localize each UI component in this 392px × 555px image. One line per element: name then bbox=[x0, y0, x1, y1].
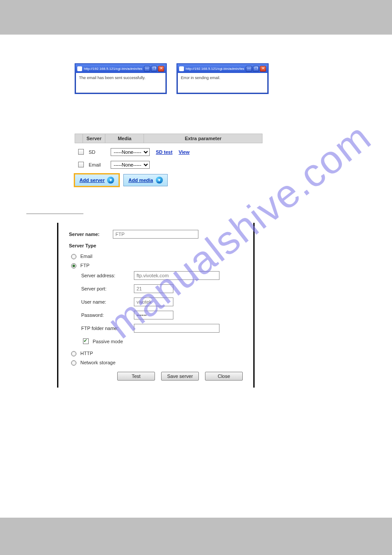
ftp-user-label: User name: bbox=[81, 299, 134, 305]
row-checkbox[interactable] bbox=[78, 149, 84, 155]
ftp-password-label: Password: bbox=[81, 312, 134, 318]
col-media: Media bbox=[105, 134, 144, 143]
radio-email-label: Email bbox=[80, 254, 93, 259]
window-max-button[interactable]: ❐ bbox=[253, 66, 259, 72]
radio-ns-label: Network storage bbox=[80, 360, 115, 365]
add-server-button[interactable]: Add server ▼ bbox=[75, 174, 119, 186]
top-band bbox=[0, 0, 392, 34]
window-min-button[interactable]: — bbox=[246, 66, 252, 72]
window-max-button[interactable]: ❐ bbox=[151, 66, 157, 72]
popup-title-text: http://192.168.5.121/cgi-bin/admin/tests… bbox=[186, 67, 244, 71]
page: manualshive.com http://192.168.5.121/cgi… bbox=[0, 34, 392, 518]
ftp-address-input[interactable] bbox=[134, 271, 219, 280]
chevron-down-icon: ▼ bbox=[107, 177, 114, 184]
ie-icon bbox=[77, 66, 82, 71]
popup-success: http://192.168.5.121/cgi-bin/admin/tests… bbox=[75, 63, 167, 94]
server-type-title: Server Type bbox=[69, 243, 243, 248]
ftp-folder-input[interactable] bbox=[134, 324, 219, 333]
table-row: SD -----None----- SD test View bbox=[75, 148, 360, 156]
footer-band bbox=[0, 518, 392, 555]
radio-http[interactable] bbox=[71, 351, 76, 356]
radio-ftp[interactable] bbox=[71, 263, 76, 268]
media-select[interactable]: -----None----- bbox=[111, 161, 150, 169]
save-server-button[interactable]: Save server bbox=[161, 372, 199, 381]
ftp-address-label: Server address: bbox=[81, 273, 134, 278]
sd-test-link[interactable]: SD test bbox=[156, 149, 173, 155]
server-form: Server name: Server Type Email FTP Serve… bbox=[57, 223, 255, 388]
passive-mode-label: Passive mode bbox=[93, 339, 123, 344]
col-server: Server bbox=[83, 134, 105, 143]
popup-titlebar: http://192.168.5.121/cgi-bin/admin/tests… bbox=[76, 64, 166, 73]
server-name-label: Server name: bbox=[69, 232, 113, 237]
server-name-input[interactable] bbox=[113, 230, 198, 239]
server-table-header: Server Media Extra parameter bbox=[75, 134, 263, 143]
view-link[interactable]: View bbox=[179, 149, 190, 155]
popup-body: Error in sending email. bbox=[177, 73, 268, 93]
row-checkbox[interactable] bbox=[78, 162, 84, 167]
window-close-button[interactable]: ✕ bbox=[158, 66, 164, 72]
popup-body: The email has been sent successfully. bbox=[76, 73, 166, 93]
add-media-label: Add media bbox=[128, 178, 153, 183]
ie-icon bbox=[179, 66, 184, 71]
col-extra: Extra parameter bbox=[144, 134, 263, 143]
media-select[interactable]: -----None----- bbox=[111, 148, 150, 156]
window-min-button[interactable]: — bbox=[144, 66, 150, 72]
radio-ftp-label: FTP bbox=[80, 263, 90, 268]
popup-error: http://192.168.5.121/cgi-bin/admin/tests… bbox=[176, 63, 269, 94]
add-server-label: Add server bbox=[79, 178, 104, 183]
ftp-subsection: Server address: Server port: User name: … bbox=[81, 271, 243, 345]
ftp-user-input[interactable] bbox=[134, 297, 173, 306]
radio-http-label: HTTP bbox=[80, 351, 93, 356]
server-table-area: Server Media Extra parameter SD -----Non… bbox=[75, 134, 360, 186]
popup-title-text: http://192.168.5.121/cgi-bin/admin/tests… bbox=[84, 67, 142, 71]
passive-mode-checkbox[interactable] bbox=[83, 338, 89, 344]
row-server-label: Email bbox=[89, 162, 107, 167]
separator bbox=[26, 214, 83, 214]
ftp-port-input[interactable] bbox=[134, 284, 173, 293]
table-row: Email -----None----- bbox=[75, 160, 360, 169]
ftp-password-input[interactable] bbox=[134, 311, 173, 319]
row-server-label: SD bbox=[89, 149, 107, 155]
popup-row: http://192.168.5.121/cgi-bin/admin/tests… bbox=[75, 63, 360, 94]
window-close-button[interactable]: ✕ bbox=[260, 66, 266, 72]
radio-network-storage[interactable] bbox=[71, 360, 76, 366]
test-button[interactable]: Test bbox=[117, 372, 155, 381]
popup-titlebar: http://192.168.5.121/cgi-bin/admin/tests… bbox=[177, 64, 268, 73]
col-checkbox bbox=[75, 134, 83, 143]
ftp-port-label: Server port: bbox=[81, 286, 134, 291]
chevron-down-icon: ▼ bbox=[156, 177, 163, 184]
add-media-button[interactable]: Add media ▼ bbox=[123, 174, 167, 186]
close-button[interactable]: Close bbox=[205, 372, 243, 381]
radio-email[interactable] bbox=[71, 254, 76, 259]
ftp-folder-label: FTP folder name: bbox=[81, 326, 134, 331]
